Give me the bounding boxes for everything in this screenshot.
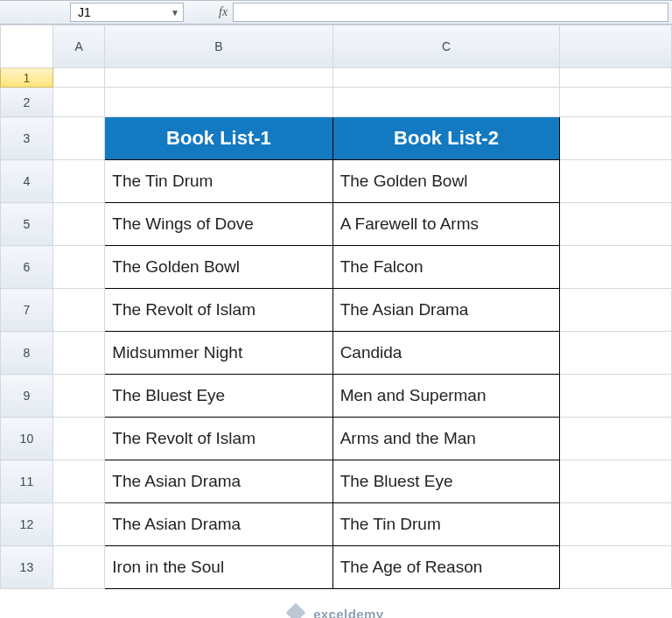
select-all-corner[interactable] bbox=[1, 25, 53, 68]
cell[interactable] bbox=[560, 88, 672, 117]
cell[interactable] bbox=[560, 546, 672, 589]
cell[interactable] bbox=[560, 160, 672, 203]
col-header-a[interactable]: A bbox=[52, 25, 105, 68]
cell[interactable] bbox=[332, 68, 560, 88]
data-cell[interactable]: The Revolt of Islam bbox=[105, 418, 332, 460]
cell[interactable] bbox=[560, 68, 672, 88]
cell[interactable] bbox=[560, 375, 672, 418]
data-cell[interactable]: The Age of Reason bbox=[332, 546, 560, 589]
row-header-2[interactable]: 2 bbox=[1, 88, 53, 117]
row-header-11[interactable]: 11 bbox=[1, 460, 53, 503]
brand-name: exceldemy bbox=[313, 607, 383, 618]
cell[interactable] bbox=[52, 160, 105, 203]
data-cell[interactable]: Candida bbox=[332, 332, 560, 375]
data-cell[interactable]: The Tin Drum bbox=[332, 503, 560, 546]
cell[interactable] bbox=[52, 203, 105, 246]
row-header-9[interactable]: 9 bbox=[1, 375, 53, 418]
fx-icon[interactable]: fx bbox=[219, 5, 228, 19]
data-cell[interactable]: The Golden Bowl bbox=[105, 246, 332, 289]
row-header-3[interactable]: 3 bbox=[1, 117, 53, 160]
table-header-c[interactable]: Book List-2 bbox=[332, 117, 560, 160]
data-cell[interactable]: The Wings of Dove bbox=[105, 203, 332, 246]
cell[interactable] bbox=[560, 503, 672, 546]
cell[interactable] bbox=[52, 289, 105, 332]
data-cell[interactable]: The Bluest Eye bbox=[332, 460, 560, 503]
data-cell[interactable]: The Bluest Eye bbox=[105, 375, 332, 418]
data-cell[interactable]: The Asian Drama bbox=[332, 289, 560, 332]
cell[interactable] bbox=[52, 68, 105, 88]
cell[interactable] bbox=[105, 68, 332, 88]
row-header-6[interactable]: 6 bbox=[1, 246, 53, 289]
cell[interactable] bbox=[560, 203, 672, 246]
name-box[interactable]: J1 ▼ bbox=[70, 3, 184, 22]
row-header-12[interactable]: 12 bbox=[1, 503, 53, 546]
data-cell[interactable]: The Asian Drama bbox=[105, 503, 332, 546]
cell[interactable] bbox=[52, 117, 105, 160]
data-cell[interactable]: Midsummer Night bbox=[105, 332, 332, 375]
separator bbox=[210, 3, 214, 22]
data-cell[interactable]: The Tin Drum bbox=[105, 160, 332, 203]
data-cell[interactable]: A Farewell to Arms bbox=[332, 203, 560, 246]
formula-bar: J1 ▼ fx bbox=[0, 0, 672, 25]
row-header-8[interactable]: 8 bbox=[1, 332, 53, 375]
name-box-value: J1 bbox=[78, 5, 91, 19]
data-cell[interactable]: The Golden Bowl bbox=[332, 160, 560, 203]
data-cell[interactable]: Iron in the Soul bbox=[105, 546, 332, 589]
cell[interactable] bbox=[52, 546, 105, 589]
cell[interactable] bbox=[52, 332, 105, 375]
cell[interactable] bbox=[560, 117, 672, 160]
cell[interactable] bbox=[105, 88, 332, 117]
data-cell[interactable]: Arms and the Man bbox=[332, 418, 560, 460]
col-header-c[interactable]: C bbox=[332, 25, 560, 68]
col-header-blank[interactable] bbox=[560, 25, 672, 68]
logo-icon bbox=[285, 603, 305, 618]
data-cell[interactable]: Men and Superman bbox=[332, 375, 560, 418]
cell[interactable] bbox=[560, 289, 672, 332]
cell[interactable] bbox=[560, 418, 672, 460]
row-header-7[interactable]: 7 bbox=[1, 289, 53, 332]
cell[interactable] bbox=[52, 375, 105, 418]
chevron-down-icon[interactable]: ▼ bbox=[171, 8, 179, 18]
cell[interactable] bbox=[52, 418, 105, 460]
row-header-5[interactable]: 5 bbox=[1, 203, 53, 246]
footer-watermark: exceldemy EXCEL · DATA · BI bbox=[0, 589, 672, 618]
cell[interactable] bbox=[52, 246, 105, 289]
data-cell[interactable]: The Asian Drama bbox=[105, 460, 332, 503]
cell[interactable] bbox=[560, 460, 672, 503]
cell[interactable] bbox=[52, 503, 105, 546]
cell[interactable] bbox=[560, 332, 672, 375]
col-header-b[interactable]: B bbox=[105, 25, 332, 68]
data-cell[interactable]: The Falcon bbox=[332, 246, 560, 289]
data-cell[interactable]: The Revolt of Islam bbox=[105, 289, 332, 332]
row-header-13[interactable]: 13 bbox=[1, 546, 53, 589]
table-header-b[interactable]: Book List-1 bbox=[105, 117, 332, 160]
sheet-table: A B C 1 2 3 Book List-1 Book List-2 4 Th… bbox=[0, 25, 672, 589]
row-header-10[interactable]: 10 bbox=[1, 418, 53, 460]
cell[interactable] bbox=[52, 460, 105, 503]
cell[interactable] bbox=[332, 88, 560, 117]
row-header-4[interactable]: 4 bbox=[1, 160, 53, 203]
formula-input[interactable] bbox=[233, 3, 668, 22]
row-header-1[interactable]: 1 bbox=[1, 68, 53, 88]
cell[interactable] bbox=[52, 88, 105, 117]
cell[interactable] bbox=[560, 246, 672, 289]
spreadsheet-grid[interactable]: A B C 1 2 3 Book List-1 Book List-2 4 Th… bbox=[0, 25, 672, 589]
